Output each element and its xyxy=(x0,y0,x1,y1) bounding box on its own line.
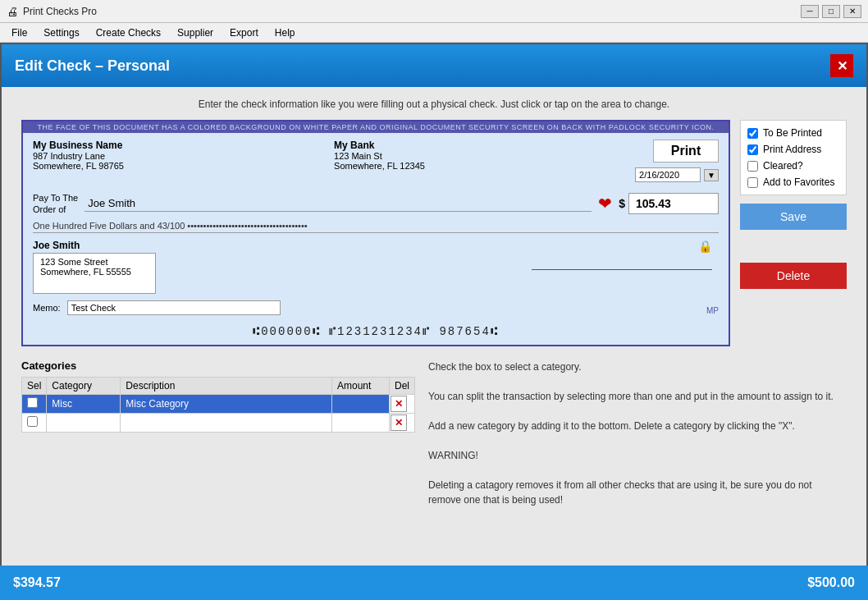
col-description: Description xyxy=(121,377,332,394)
row1-amount[interactable] xyxy=(331,394,389,413)
business-address2: Somewhere, FL 98765 xyxy=(33,161,124,171)
cleared-checkbox[interactable] xyxy=(747,161,758,172)
info-text3: Add a new category by adding it to the b… xyxy=(428,419,847,433)
info-text2: You can split the transaction by selecti… xyxy=(428,389,847,404)
row2-amount[interactable] xyxy=(331,413,389,432)
payee-name-label: Joe Smith xyxy=(33,240,156,251)
menu-supplier[interactable]: Supplier xyxy=(169,25,222,40)
app-icon: 🖨 xyxy=(7,5,18,18)
maximize-button[interactable]: □ xyxy=(822,5,840,18)
balance-amount: $500.00 xyxy=(807,575,855,590)
row1-delete-button[interactable]: ✕ xyxy=(391,396,407,412)
print-address-label: Print Address xyxy=(763,144,821,155)
menu-create-checks[interactable]: Create Checks xyxy=(88,25,169,40)
security-bar: THE FACE OF THIS DOCUMENT HAS A COLORED … xyxy=(23,121,729,133)
written-amount: One Hundred Five Dollars and 43/100 ••••… xyxy=(33,221,719,233)
mp-label: MP xyxy=(706,306,719,315)
categories-table: Sel Category Description Amount Del Misc… xyxy=(21,377,415,433)
bank-address2: Somewhere, FL 12345 xyxy=(334,161,425,171)
to-be-printed-checkbox[interactable] xyxy=(747,128,758,139)
heart-icon: ❤ xyxy=(598,194,612,213)
row1-category[interactable]: Misc xyxy=(47,394,121,413)
bank-name: My Bank xyxy=(334,140,425,151)
bottom-bar: $394.57 $500.00 xyxy=(0,566,868,600)
menu-export[interactable]: Export xyxy=(222,25,267,40)
row2-sel-checkbox[interactable] xyxy=(27,416,38,427)
col-category: Category xyxy=(47,377,121,394)
to-be-printed-item[interactable]: To Be Printed xyxy=(747,127,839,139)
minimize-button[interactable]: ─ xyxy=(801,5,819,18)
dialog-title: Edit Check – Personal xyxy=(15,57,170,75)
dollar-sign: $ xyxy=(619,197,625,210)
row1-sel-checkbox[interactable] xyxy=(27,397,38,408)
info-text1: Check the box to select a category. xyxy=(428,360,847,374)
amount-input[interactable] xyxy=(628,193,719,214)
menu-settings[interactable]: Settings xyxy=(35,25,87,40)
pay-to-input[interactable] xyxy=(85,195,592,212)
table-row: Misc Misc Category ✕ xyxy=(22,394,415,413)
add-to-favorites-item[interactable]: Add to Favorites xyxy=(747,176,839,188)
row2-delete-button[interactable]: ✕ xyxy=(391,415,407,431)
warning-text: Deleting a catagory removes it from all … xyxy=(428,478,847,507)
memo-input[interactable] xyxy=(67,300,281,315)
row2-category[interactable] xyxy=(47,413,121,432)
business-address1: 987 Industry Lane xyxy=(33,151,124,161)
date-picker-button[interactable]: ▼ xyxy=(704,169,719,181)
bank-address1: 123 Main St xyxy=(334,151,425,161)
window-title: Print Checks Pro xyxy=(23,6,801,17)
save-button[interactable]: Save xyxy=(740,204,847,230)
warning-title: WARNING! xyxy=(428,448,847,463)
total-amount: $394.57 xyxy=(13,575,61,590)
col-del: Del xyxy=(389,377,414,394)
dialog-close-button[interactable]: ✕ xyxy=(830,54,853,77)
cleared-item[interactable]: Cleared? xyxy=(747,160,839,172)
signature-line xyxy=(532,269,712,270)
categories-info: Check the box to select a category. You … xyxy=(428,360,847,507)
add-to-favorites-checkbox[interactable] xyxy=(747,177,758,188)
micr-line: ⑆000000⑆ ⑈1231231234⑈ 987654⑆ xyxy=(23,318,729,345)
address-box[interactable]: 123 Some Street Somewhere, FL 55555 xyxy=(33,253,156,294)
add-to-favorites-label: Add to Favorites xyxy=(763,176,834,188)
categories-title: Categories xyxy=(21,360,415,372)
close-window-button[interactable]: ✕ xyxy=(843,5,861,18)
col-amount: Amount xyxy=(331,377,389,394)
print-address-item[interactable]: Print Address xyxy=(747,144,839,155)
business-name: My Business Name xyxy=(33,140,124,151)
cleared-label: Cleared? xyxy=(763,160,803,172)
row1-description[interactable]: Misc Category xyxy=(121,394,332,413)
col-sel: Sel xyxy=(22,377,47,394)
row2-description[interactable] xyxy=(121,413,332,432)
table-row: ✕ xyxy=(22,413,415,432)
print-button[interactable]: Print xyxy=(653,140,719,163)
address-line1: 123 Some Street xyxy=(40,257,148,267)
print-address-checkbox[interactable] xyxy=(747,144,758,155)
memo-label: Memo: xyxy=(33,303,61,313)
address-line2: Somewhere, FL 55555 xyxy=(40,267,148,277)
menu-file[interactable]: File xyxy=(3,25,35,40)
date-input[interactable] xyxy=(635,167,701,182)
pay-to-label: Pay To TheOrder of xyxy=(33,192,78,216)
delete-button[interactable]: Delete xyxy=(740,263,847,289)
instruction-text: Enter the check information like you wer… xyxy=(15,95,853,113)
security-lock-icon: 🔒 xyxy=(698,240,712,253)
menu-help[interactable]: Help xyxy=(267,25,304,40)
to-be-printed-label: To Be Printed xyxy=(763,127,822,139)
